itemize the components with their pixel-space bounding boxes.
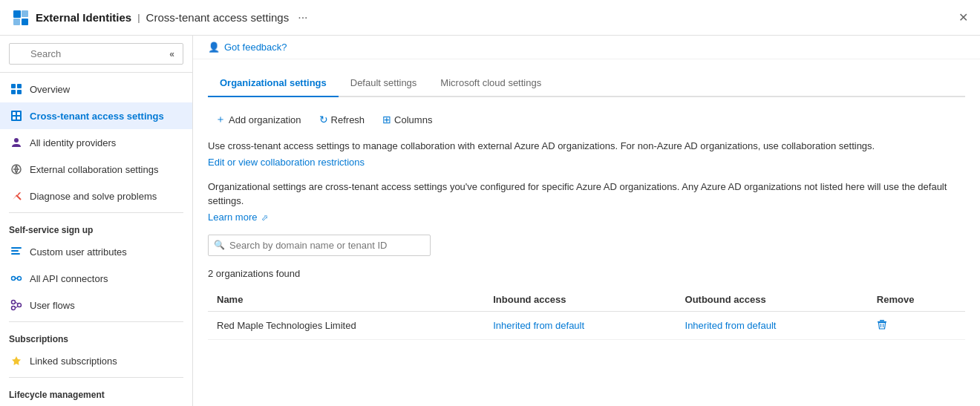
sidebar-item-diagnose-label: Diagnose and solve problems — [30, 191, 157, 202]
columns-button[interactable]: ⊞ Columns — [375, 110, 440, 129]
sidebar-search-area: 🔍 « — [0, 36, 192, 73]
sidebar-item-identity-providers-label: All identity providers — [30, 137, 116, 148]
svg-point-19 — [12, 277, 16, 281]
content-inner: Organizational settings Default settings… — [193, 59, 980, 352]
add-organization-label: Add organization — [229, 114, 301, 125]
sidebar-item-identity-providers[interactable]: All identity providers — [0, 129, 192, 156]
sidebar-item-overview-label: Overview — [30, 84, 70, 95]
external-identities-icon — [12, 9, 30, 27]
sidebar-section-subscriptions: Subscriptions — [0, 325, 192, 347]
header-brand: External Identities — [36, 11, 131, 24]
flows-icon — [9, 298, 24, 312]
header-separator: | — [137, 12, 140, 23]
feedback-link[interactable]: 👤 Got feedback? — [208, 42, 287, 53]
table-row: Red Maple Technologies Limited Inherited… — [208, 311, 965, 339]
content-area: 👤 Got feedback? Organizational settings … — [193, 36, 980, 406]
col-remove: Remove — [868, 288, 965, 312]
add-organization-button[interactable]: ＋ Add organization — [208, 109, 309, 130]
svg-rect-12 — [17, 117, 20, 119]
info-text-1: Use cross-tenant access settings to mana… — [208, 139, 965, 154]
tab-ms-cloud[interactable]: Microsoft cloud settings — [428, 71, 553, 97]
outbound-access-link[interactable]: Inherited from default — [676, 311, 868, 339]
svg-rect-8 — [11, 111, 22, 121]
sidebar-item-user-flows[interactable]: User flows — [0, 292, 192, 318]
sidebar-item-custom-user-attr-label: Custom user attributes — [30, 246, 127, 258]
refresh-button[interactable]: ↻ Refresh — [312, 110, 373, 129]
col-outbound: Outbound access — [676, 288, 868, 312]
refresh-label: Refresh — [331, 114, 365, 125]
svg-rect-5 — [17, 84, 22, 88]
info-section-2: Organizational settings are cross-tenant… — [208, 180, 965, 223]
sidebar-item-external-collab[interactable]: External collaboration settings — [0, 156, 192, 183]
sidebar-item-external-collab-label: External collaboration settings — [30, 164, 158, 175]
svg-line-15 — [16, 195, 21, 200]
tab-default-settings[interactable]: Default settings — [339, 71, 429, 97]
feedback-label: Got feedback? — [224, 42, 287, 53]
header-title: Cross-tenant access settings — [146, 11, 290, 24]
svg-rect-16 — [11, 247, 22, 249]
svg-rect-4 — [11, 84, 16, 88]
columns-icon: ⊞ — [382, 114, 391, 125]
sidebar-divider-2 — [9, 321, 183, 322]
sidebar-item-linked-subscriptions[interactable]: Linked subscriptions — [0, 347, 192, 374]
refresh-icon: ↻ — [319, 114, 328, 125]
col-inbound: Inbound access — [484, 288, 676, 312]
info-text-2: Organizational settings are cross-tenant… — [208, 180, 965, 209]
sidebar-divider-1 — [9, 212, 183, 213]
sidebar-item-terms-of-use[interactable]: Terms of use — [0, 403, 192, 406]
domain-search-wrap: 🔍 — [208, 235, 965, 256]
learn-more-link[interactable]: Learn more ⬀ — [208, 212, 268, 223]
app-header: External Identities | Cross-tenant acces… — [0, 0, 980, 36]
add-icon: ＋ — [215, 113, 226, 126]
collapse-button[interactable]: « — [169, 49, 174, 59]
inbound-access-link[interactable]: Inherited from default — [484, 311, 676, 339]
svg-rect-9 — [13, 112, 16, 115]
attributes-icon — [9, 244, 24, 259]
search-input[interactable] — [9, 43, 183, 65]
svg-rect-1 — [22, 10, 28, 17]
sidebar-divider-3 — [9, 377, 183, 378]
col-name: Name — [208, 288, 484, 312]
learn-more-label: Learn more — [208, 212, 257, 223]
svg-rect-3 — [22, 19, 28, 25]
info-section-1: Use cross-tenant access settings to mana… — [208, 139, 965, 168]
organizations-table: Name Inbound access Outbound access Remo… — [208, 288, 965, 340]
svg-rect-10 — [17, 112, 20, 115]
external-link-icon: ⬀ — [261, 213, 268, 222]
svg-rect-11 — [13, 117, 16, 119]
svg-point-24 — [12, 307, 16, 310]
sidebar-item-linked-subscriptions-label: Linked subscriptions — [30, 356, 117, 367]
svg-rect-0 — [13, 10, 21, 18]
sidebar-item-diagnose[interactable]: Diagnose and solve problems — [0, 183, 192, 209]
wrench-icon — [9, 189, 24, 203]
sidebar-nav: Overview Cross-tenant access settings — [0, 73, 192, 406]
tab-org-settings[interactable]: Organizational settings — [208, 71, 339, 97]
svg-rect-17 — [11, 250, 19, 252]
sidebar-item-cross-tenant-label: Cross-tenant access settings — [30, 111, 164, 122]
subscription-icon — [9, 353, 24, 368]
feedback-icon: 👤 — [208, 42, 220, 53]
close-button[interactable]: ✕ — [958, 10, 968, 24]
sidebar-item-api-connectors-label: All API connectors — [30, 273, 108, 284]
domain-search-icon: 🔍 — [214, 240, 225, 250]
svg-point-13 — [14, 138, 19, 143]
cross-tenant-icon — [9, 108, 24, 123]
svg-rect-7 — [17, 90, 22, 94]
sidebar-section-lifecycle: Lifecycle management — [0, 381, 192, 403]
sidebar: 🔍 « Overview — [0, 36, 193, 406]
svg-point-23 — [18, 304, 22, 307]
sidebar-item-overview[interactable]: Overview — [0, 76, 192, 102]
svg-point-22 — [12, 301, 16, 304]
svg-point-20 — [18, 277, 22, 281]
sidebar-item-cross-tenant[interactable]: Cross-tenant access settings — [0, 102, 192, 129]
collab-restrictions-link[interactable]: Edit or view collaboration restrictions — [208, 157, 365, 168]
header-more-button[interactable]: ··· — [298, 11, 307, 24]
sidebar-item-custom-user-attr[interactable]: Custom user attributes — [0, 238, 192, 265]
remove-button[interactable] — [877, 320, 887, 332]
columns-label: Columns — [394, 114, 432, 125]
sidebar-item-api-connectors[interactable]: All API connectors — [0, 265, 192, 292]
domain-search-input[interactable] — [208, 235, 431, 256]
svg-rect-28 — [880, 320, 884, 321]
identity-providers-icon — [9, 135, 24, 150]
sidebar-item-user-flows-label: User flows — [30, 300, 75, 311]
